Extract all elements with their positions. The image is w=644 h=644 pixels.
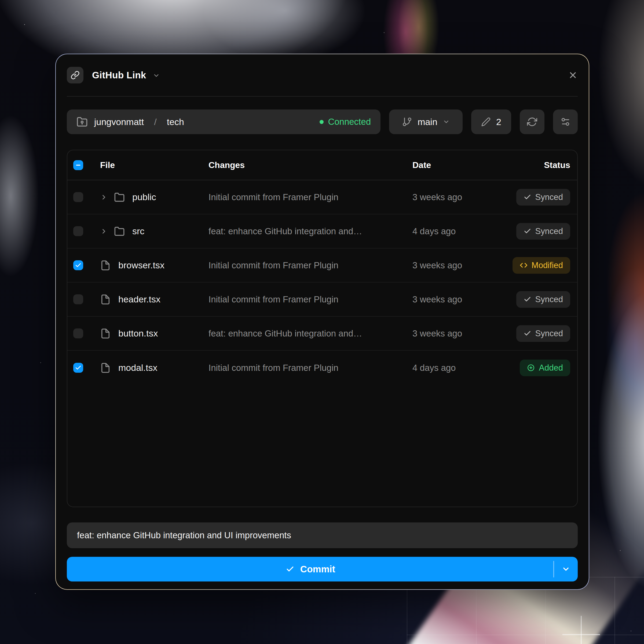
repo-owner: jungvonmatt [94,117,144,127]
status-badge: Modified [513,257,570,274]
table-row: src feat: enhance GitHub integration and… [67,214,577,248]
status-badge: Synced [516,325,570,342]
repo-selector[interactable]: jungvonmatt/tech Connected [67,109,380,134]
row-checkbox[interactable] [73,226,83,236]
repo-separator: / [154,117,156,127]
row-checkbox[interactable] [73,294,83,304]
column-header-status: Status [544,160,570,170]
window-title: GitHub Link [92,70,146,81]
file-icon [100,328,111,339]
file-name: src [132,226,144,236]
titlebar: GitHub Link [67,54,578,96]
status-badge: Synced [516,223,570,240]
folder-icon [114,226,125,237]
pending-changes-button[interactable]: 2 [471,109,511,134]
row-checkbox[interactable] [73,260,83,270]
refresh-icon [527,117,537,127]
date-cell: 3 weeks ago [412,294,516,305]
date-cell: 3 weeks ago [412,192,516,202]
date-cell: 4 days ago [412,226,516,236]
file-cell: browser.tsx [85,260,208,271]
chevron-down-icon [443,118,450,125]
git-branch-icon [402,117,412,127]
file-cell: public [85,192,208,203]
table-row: modal.tsx Initial commit from Framer Plu… [67,351,577,385]
close-button[interactable] [568,70,578,80]
date-cell: 4 days ago [412,363,520,373]
background-stars [24,24,25,25]
commit-message-cell: Initial commit from Framer Plugin [208,294,412,305]
status-badge: Synced [516,189,570,206]
commit-button-label: Commit [300,564,335,575]
file-name: button.tsx [118,328,158,339]
header-divider [67,96,578,97]
repo-folder-icon [76,116,88,127]
file-icon [100,260,111,271]
pending-changes-count: 2 [496,117,501,127]
chevron-right-icon[interactable] [100,193,108,201]
table-row: button.tsx feat: enhance GitHub integrat… [67,317,577,351]
commit-message-cell: Initial commit from Framer Plugin [208,260,412,270]
column-header-file: File [85,160,208,170]
connected-dot-icon [320,120,324,124]
file-cell: modal.tsx [85,363,208,373]
commit-message-cell: feat: enhance GitHub integration and… [208,328,412,339]
file-name: modal.tsx [118,363,158,373]
commit-dropdown[interactable] [554,557,578,581]
toolbar: jungvonmatt/tech Connected main 2 [67,109,578,134]
folder-icon [114,192,125,203]
column-header-date: Date [412,160,544,170]
pencil-icon [481,117,491,127]
row-checkbox[interactable] [73,328,83,338]
commit-message-cell: Initial commit from Framer Plugin [208,363,412,373]
column-header-changes: Changes [208,160,412,170]
branch-selector[interactable]: main [389,109,463,134]
link-icon [67,67,83,83]
file-cell: src [85,226,208,237]
table-row: public Initial commit from Framer Plugin… [67,180,577,214]
date-cell: 3 weeks ago [412,328,516,339]
select-all-checkbox[interactable] [73,160,83,170]
date-cell: 3 weeks ago [412,260,513,270]
commit-message-cell: feat: enhance GitHub integration and… [208,226,412,236]
status-badge: Synced [516,291,570,308]
status-badge: Added [520,360,570,376]
repo-name: tech [167,117,184,127]
connection-status: Connected [320,117,371,127]
row-checkbox[interactable] [73,192,83,202]
table-row: header.tsx Initial commit from Framer Pl… [67,283,577,317]
commit-message-cell: Initial commit from Framer Plugin [208,192,412,202]
file-name: public [132,192,156,202]
file-icon [100,294,111,305]
file-cell: header.tsx [85,294,208,305]
table-row: browser.tsx Initial commit from Framer P… [67,248,577,283]
refresh-button[interactable] [520,109,544,134]
file-icon [100,363,111,373]
github-link-window: GitHub Link jungvonmatt/tech Connected m… [55,54,589,590]
file-name: header.tsx [118,294,160,305]
table-header: File Changes Date Status [67,150,577,180]
background-cross-marker [562,616,600,644]
commit-button[interactable]: Commit [67,557,578,581]
branch-name: main [418,117,437,127]
sliders-icon [560,117,570,127]
row-checkbox[interactable] [73,363,83,373]
file-cell: button.tsx [85,328,208,339]
commit-message-input[interactable] [67,522,578,548]
file-name: browser.tsx [118,260,164,270]
check-icon [286,565,294,573]
table-body: public Initial commit from Framer Plugin… [67,180,577,385]
settings-button[interactable] [553,109,578,134]
chevron-down-icon[interactable] [155,70,160,80]
file-table: File Changes Date Status public Initial … [67,150,578,507]
chevron-right-icon[interactable] [100,228,108,235]
